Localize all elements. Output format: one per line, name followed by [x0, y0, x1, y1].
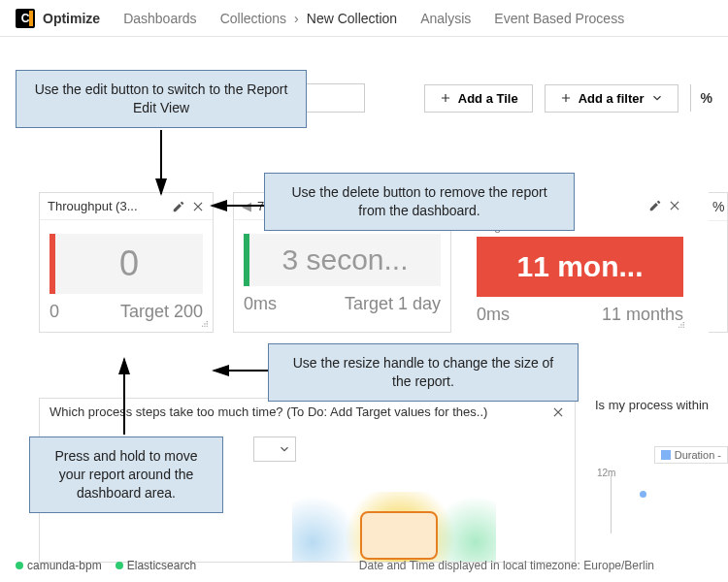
nav-analysis[interactable]: Analysis [420, 11, 471, 26]
scale-target: Target 1 day [345, 294, 441, 314]
card-value: 3 secon... [244, 234, 441, 286]
report-card-throughput[interactable]: Throughput (3... 0 0 Target 200 [39, 192, 214, 333]
brand: C Optimize [16, 9, 100, 28]
nav-collections[interactable]: Collections [220, 11, 286, 26]
add-tile-label: Add a Tile [458, 91, 518, 106]
scale-min: 0 [50, 302, 59, 322]
chart-yaxis [611, 475, 612, 534]
card-body: 3 secon... 0ms Target 1 day [234, 220, 450, 324]
close-icon[interactable] [191, 200, 205, 213]
heatmap-preview [292, 492, 496, 562]
callout-edit: Use the edit button to switch to the Rep… [16, 70, 307, 128]
toolbar-extra: % [690, 84, 712, 112]
breadcrumb: Collections › New Collection [220, 11, 398, 26]
card-title: Which process steps take too much time? … [50, 404, 544, 419]
card-header: Throughput (3... [40, 193, 213, 220]
breadcrumb-sep: › [294, 11, 299, 26]
chevron-down-icon [650, 91, 664, 105]
timezone-note: Date and Time displayed in local timezon… [359, 559, 654, 572]
status-dot-icon [16, 562, 23, 569]
resize-handle-icon[interactable] [195, 314, 209, 328]
status-label: camunda-bpm [27, 559, 102, 572]
top-nav: C Optimize Dashboards Collections › New … [0, 0, 728, 37]
card-title: Throughput (3... [48, 199, 166, 213]
chevron-down-icon [278, 442, 291, 456]
nav-dashboards[interactable]: Dashboards [123, 11, 197, 26]
scale-min: 0ms [477, 305, 510, 325]
status-bar: camunda-bpm Elasticsearch Date and Time … [0, 559, 728, 572]
add-tile-button[interactable]: Add a Tile [424, 84, 533, 113]
plus-icon [439, 91, 452, 105]
plus-icon [559, 91, 573, 105]
card-body: Target < 1wk 11 mon... 0ms 11 months [471, 218, 689, 333]
close-icon[interactable] [551, 405, 565, 419]
chart-legend: Duration - [654, 446, 728, 464]
status-label: Elasticsearch [127, 559, 196, 572]
scale-min: 0ms [244, 294, 277, 314]
pencil-icon[interactable] [648, 199, 662, 212]
card-value: 11 mon... [477, 237, 683, 297]
brand-logo: C [16, 9, 35, 28]
card-scale: 0ms Target 1 day [244, 294, 441, 314]
status-dot-icon [116, 562, 123, 569]
callout-delete: Use the delete button to remove the repo… [264, 173, 575, 231]
heatmap-select[interactable] [253, 436, 296, 462]
close-icon[interactable] [668, 199, 681, 212]
add-filter-button[interactable]: Add a filter [545, 84, 678, 113]
card-value: 0 [50, 234, 203, 294]
callout-move: Press and hold to move your report aroun… [29, 436, 223, 513]
card-body: 0 0 Target 200 [40, 220, 213, 332]
report-card-partial: % [709, 192, 728, 333]
resize-handle-icon[interactable] [672, 315, 685, 329]
scale-target: Target 200 [120, 302, 203, 322]
card-scale: 0 Target 200 [50, 302, 203, 322]
brand-name: Optimize [43, 11, 100, 26]
nav-event-based-processes[interactable]: Event Based Process [494, 11, 624, 26]
card-scale: 0ms 11 months [477, 305, 683, 325]
callout-resize: Use the resize handle to change the size… [268, 343, 579, 402]
card-title: Is my process within [595, 398, 728, 412]
chart-ytick: 12m [597, 468, 615, 478]
breadcrumb-current: New Collection [307, 11, 397, 26]
add-filter-label: Add a filter [579, 91, 645, 106]
status-elasticsearch: Elasticsearch [116, 559, 196, 572]
card-header: Which process steps take too much time? … [40, 399, 575, 425]
card-title-partial: % [709, 193, 727, 221]
report-card-linechart[interactable]: Is my process within Duration - 12m [595, 398, 728, 563]
chart-data-point [640, 491, 646, 498]
pencil-icon[interactable] [172, 200, 185, 213]
status-camunda: camunda-bpm [16, 559, 102, 572]
